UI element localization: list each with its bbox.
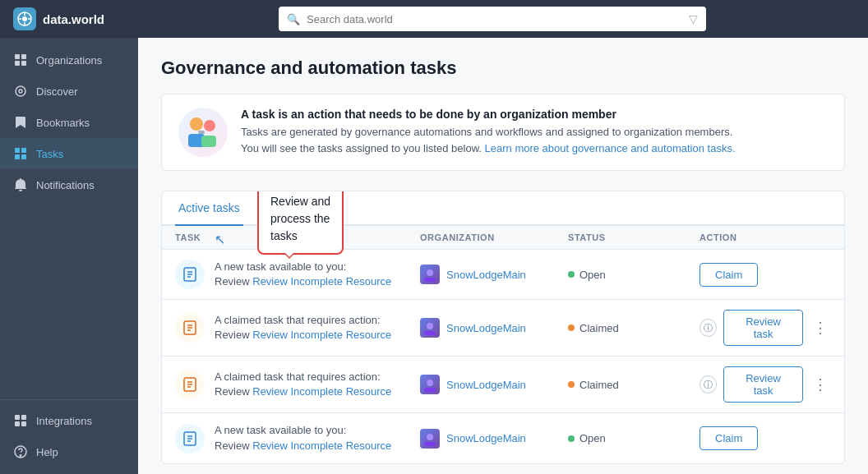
org-name-2[interactable]: SnowLodgeMain	[446, 322, 526, 334]
status-cell-1: Open	[568, 269, 699, 281]
claim-button-1[interactable]: Claim	[699, 263, 758, 287]
filter-icon[interactable]: ▽	[689, 12, 698, 25]
tasks-section: Active tasks Review andprocess thetasks …	[161, 191, 845, 464]
sidebar-item-help[interactable]: Help	[0, 436, 138, 467]
table-row: A claimed task that requires action:Revi…	[162, 300, 844, 357]
sidebar-label-tasks: Tasks	[36, 148, 63, 160]
action-cell-3: ⓘ Review task ⋮	[699, 366, 831, 403]
sidebar-label-organizations: Organizations	[36, 54, 102, 67]
sidebar-label-help: Help	[36, 446, 58, 458]
info-button-3[interactable]: ⓘ	[699, 375, 717, 393]
svg-point-21	[20, 455, 21, 457]
status-dot-1	[568, 271, 575, 278]
tab-active-tasks[interactable]: Active tasks Review andprocess thetasks …	[175, 191, 243, 226]
svg-rect-6	[15, 54, 20, 59]
review-button-2[interactable]: Review task	[723, 310, 803, 346]
org-avatar-4	[420, 429, 440, 449]
status-label-1: Open	[579, 269, 606, 281]
col-header-org: ORGANIZATION	[420, 232, 568, 242]
task-link-3[interactable]: Review Incomplete Resource	[252, 385, 391, 398]
task-cell-4: A new task available to you:Review Revie…	[175, 423, 420, 453]
task-link-1[interactable]: Review Incomplete Resource	[252, 275, 391, 288]
table-row: A claimed task that requires action:Revi…	[162, 357, 844, 413]
svg-rect-18	[15, 421, 20, 426]
svg-rect-19	[21, 421, 26, 426]
svg-point-43	[427, 380, 433, 386]
svg-rect-16	[15, 415, 20, 420]
status-dot-4	[568, 435, 575, 442]
task-cell-1: A new task available to you:Review Revie…	[175, 260, 420, 289]
table-row: A new task available to you:Review Revie…	[162, 250, 844, 300]
cursor-icon: ↖	[215, 232, 225, 247]
tasks-icon	[13, 146, 28, 161]
more-button-3[interactable]: ⋮	[810, 375, 831, 393]
status-label-4: Open	[579, 432, 606, 444]
sidebar-item-bookmarks[interactable]: Bookmarks	[0, 107, 138, 138]
task-cell-3: A claimed task that requires action:Revi…	[175, 370, 420, 399]
bookmarks-icon	[13, 115, 28, 130]
sidebar: Organizations Discover Bookmarks Tasks N…	[0, 38, 138, 474]
top-navigation: data.world 🔍 ▽	[0, 0, 868, 38]
info-button-2[interactable]: ⓘ	[699, 319, 717, 337]
org-cell-2: SnowLodgeMain	[420, 318, 568, 338]
svg-rect-38	[424, 331, 436, 335]
status-dot-3	[568, 381, 575, 388]
svg-rect-14	[15, 154, 20, 159]
svg-rect-50	[424, 442, 436, 446]
svg-rect-12	[15, 148, 20, 153]
svg-point-1	[22, 16, 27, 21]
logo-text: data.world	[43, 12, 104, 26]
sidebar-item-organizations[interactable]: Organizations	[0, 44, 138, 76]
logo[interactable]: data.world	[13, 7, 120, 30]
svg-rect-25	[201, 136, 216, 147]
org-cell-3: SnowLodgeMain	[420, 375, 568, 394]
search-input[interactable]	[307, 13, 682, 25]
task-cell-2: A claimed task that requires action:Revi…	[175, 313, 420, 343]
review-button-3[interactable]: Review task	[723, 366, 803, 403]
col-header-action: ACTION	[699, 232, 831, 242]
sidebar-label-notifications: Notifications	[36, 179, 95, 191]
search-icon: 🔍	[287, 13, 300, 25]
search-bar[interactable]: 🔍 ▽	[279, 7, 706, 31]
org-name-4[interactable]: SnowLodgeMain	[446, 432, 526, 444]
task-link-4[interactable]: Review Incomplete Resource	[252, 439, 391, 452]
status-cell-3: Claimed	[568, 379, 699, 391]
integrations-icon	[13, 413, 28, 428]
organizations-icon	[13, 53, 28, 67]
col-header-status: STATUS	[568, 232, 699, 242]
sidebar-item-notifications[interactable]: Notifications	[0, 169, 138, 200]
org-name-3[interactable]: SnowLodgeMain	[446, 379, 526, 391]
more-button-2[interactable]: ⋮	[810, 319, 831, 337]
banner-link[interactable]: Learn more about governance and automati…	[485, 142, 736, 154]
task-link-2[interactable]: Review Incomplete Resource	[252, 329, 391, 341]
svg-point-37	[427, 323, 433, 329]
task-icon-2	[175, 313, 205, 343]
sidebar-item-tasks[interactable]: Tasks	[0, 138, 138, 169]
org-avatar-3	[420, 375, 440, 394]
status-label-2: Claimed	[579, 322, 619, 334]
sidebar-label-bookmarks: Bookmarks	[36, 117, 90, 129]
svg-rect-7	[21, 54, 26, 59]
org-cell-1: SnowLodgeMain	[420, 265, 568, 284]
task-text-2: A claimed task that requires action:Revi…	[215, 313, 391, 343]
table-row: A new task available to you:Review Revie…	[162, 413, 844, 462]
status-cell-4: Open	[568, 432, 699, 444]
task-text-1: A new task available to you:Review Revie…	[215, 260, 391, 289]
org-name-1[interactable]: SnowLodgeMain	[446, 269, 526, 281]
org-avatar-2	[420, 318, 440, 338]
info-banner: A task is an action that needs to be don…	[161, 94, 845, 171]
svg-rect-8	[15, 61, 20, 66]
banner-text: A task is an action that needs to be don…	[241, 108, 736, 156]
discover-icon	[13, 84, 28, 99]
svg-point-10	[16, 86, 25, 96]
sidebar-item-integrations[interactable]: Integrations	[0, 405, 138, 436]
banner-body: Tasks are generated by governance automa…	[241, 124, 736, 156]
claim-button-4[interactable]: Claim	[699, 426, 758, 450]
task-icon-1	[175, 260, 205, 289]
help-icon	[13, 444, 28, 459]
sidebar-item-discover[interactable]: Discover	[0, 76, 138, 107]
svg-rect-32	[424, 278, 436, 282]
svg-point-22	[190, 117, 203, 131]
tasks-tabs: Active tasks Review andprocess thetasks …	[162, 191, 844, 226]
status-dot-2	[568, 324, 575, 331]
